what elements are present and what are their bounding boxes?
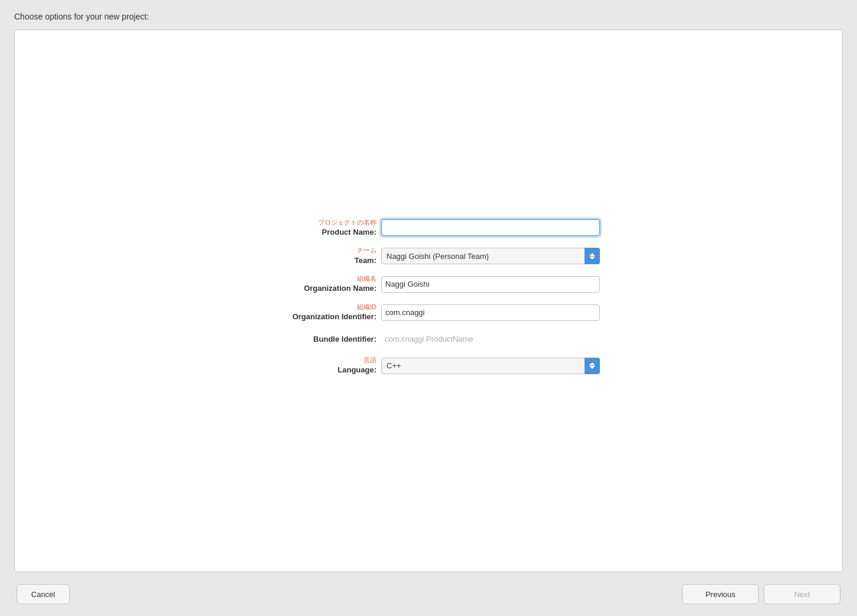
page-title: Choose options for your new project: bbox=[14, 12, 843, 21]
bundle-identifier-value: com.cnaggi.ProductName bbox=[381, 335, 473, 343]
organization-name-label-english: Organization Name: bbox=[257, 283, 376, 294]
team-label-english: Team: bbox=[257, 255, 376, 267]
team-select[interactable]: Naggi Goishi (Personal Team) bbox=[381, 248, 600, 264]
cancel-button[interactable]: Cancel bbox=[17, 584, 70, 604]
language-select-wrapper: C++ Objective-C Swift bbox=[381, 358, 600, 374]
product-name-input-area bbox=[381, 219, 600, 236]
organization-identifier-label-area: 組織ID Organization Identifier: bbox=[257, 303, 381, 323]
organization-name-label-area: 組織名 Organization Name: bbox=[257, 274, 381, 294]
organization-identifier-label-english: Organization Identifier: bbox=[257, 311, 376, 323]
product-name-label-japanese: プロジェクトの名称 bbox=[257, 218, 376, 226]
language-select[interactable]: C++ Objective-C Swift bbox=[381, 358, 600, 374]
organization-identifier-input-area bbox=[381, 304, 600, 321]
team-select-wrapper: Naggi Goishi (Personal Team) bbox=[381, 248, 600, 264]
organization-identifier-input[interactable] bbox=[381, 304, 600, 321]
organization-name-input[interactable] bbox=[381, 276, 600, 293]
product-name-label-english: Product Name: bbox=[257, 226, 376, 238]
language-label-english: Language: bbox=[257, 364, 376, 376]
team-label-japanese: チーム bbox=[257, 246, 376, 254]
organization-name-row: 組織名 Organization Name: bbox=[257, 274, 600, 294]
main-panel: プロジェクトの名称 Product Name: チーム Team: Naggi … bbox=[14, 30, 843, 572]
form-container: プロジェクトの名称 Product Name: チーム Team: Naggi … bbox=[257, 218, 600, 384]
previous-button[interactable]: Previous bbox=[682, 584, 759, 604]
language-input-area: C++ Objective-C Swift bbox=[381, 358, 600, 374]
organization-name-label-japanese: 組織名 bbox=[257, 274, 376, 283]
team-input-area: Naggi Goishi (Personal Team) bbox=[381, 248, 600, 264]
organization-name-input-area bbox=[381, 276, 600, 293]
footer-right: Previous Next bbox=[682, 584, 840, 604]
bundle-identifier-row: Bundle Identifier: com.cnaggi.ProductNam… bbox=[257, 331, 600, 348]
organization-identifier-label-japanese: 組織ID bbox=[257, 303, 376, 311]
team-row: チーム Team: Naggi Goishi (Personal Team) bbox=[257, 246, 600, 266]
language-label-area: 言語 Language: bbox=[257, 356, 381, 376]
product-name-label-area: プロジェクトの名称 Product Name: bbox=[257, 218, 381, 238]
product-name-input[interactable] bbox=[381, 219, 600, 236]
organization-identifier-row: 組織ID Organization Identifier: bbox=[257, 303, 600, 323]
bundle-identifier-label-area: Bundle Identifier: bbox=[257, 333, 381, 345]
language-row: 言語 Language: C++ Objective-C Swift bbox=[257, 356, 600, 376]
language-label-japanese: 言語 bbox=[257, 356, 376, 364]
team-label-area: チーム Team: bbox=[257, 246, 381, 266]
footer: Cancel Previous Next bbox=[14, 584, 843, 604]
bundle-identifier-label-english: Bundle Identifier: bbox=[257, 333, 376, 345]
product-name-row: プロジェクトの名称 Product Name: bbox=[257, 218, 600, 238]
bundle-identifier-value-area: com.cnaggi.ProductName bbox=[381, 331, 600, 348]
next-button[interactable]: Next bbox=[764, 584, 840, 604]
